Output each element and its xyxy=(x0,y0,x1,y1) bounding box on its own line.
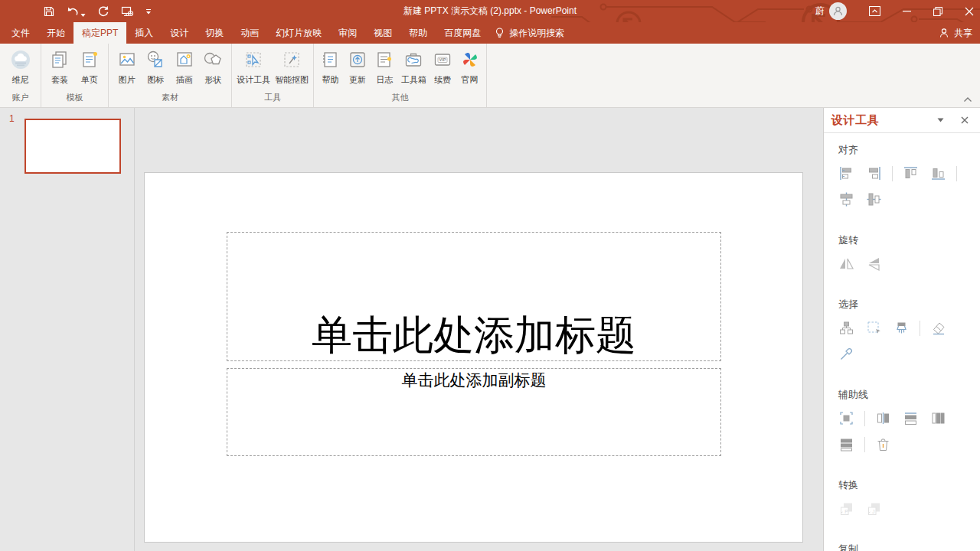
undo-icon[interactable] xyxy=(67,5,79,18)
tab-baidu-netdisk[interactable]: 百度网盘 xyxy=(436,22,489,44)
quick-access-toolbar xyxy=(0,5,152,18)
panel-dropdown-icon[interactable] xyxy=(937,118,944,122)
illustration-icon xyxy=(174,49,195,70)
close-icon[interactable] xyxy=(965,7,974,16)
redo-icon[interactable] xyxy=(97,5,109,18)
winnie-button[interactable]: 维尼 xyxy=(10,47,31,87)
ribbon-group: 帮助更新日志工具箱VIP续费官网其他 xyxy=(314,44,487,107)
columns-icon[interactable] xyxy=(930,410,946,426)
tab-animations[interactable]: 动画 xyxy=(232,22,267,44)
picture-button[interactable]: 图片 xyxy=(116,47,138,87)
slideshow-icon[interactable] xyxy=(121,5,134,18)
single-page-button[interactable]: 单页 xyxy=(79,47,100,87)
panel-section: 辅助线 xyxy=(838,390,980,452)
website-button[interactable]: 官网 xyxy=(459,47,481,87)
title-placeholder[interactable]: 单击此处添加标题 xyxy=(227,232,721,361)
restore-icon[interactable] xyxy=(933,7,942,16)
tab-design[interactable]: 设计 xyxy=(162,22,197,44)
ribbon-group: 图片图标插画形状素材 xyxy=(109,44,232,107)
align-top-icon[interactable] xyxy=(903,165,919,181)
separator xyxy=(920,321,920,336)
undo-dropdown-icon[interactable] xyxy=(80,13,86,18)
template-set-button[interactable]: 套装 xyxy=(49,47,70,87)
smart-cutout-button[interactable]: 智能抠图 xyxy=(275,47,309,87)
icon-material-icon xyxy=(145,49,166,70)
panel-section-label: 辅助线 xyxy=(838,390,980,400)
flip-vertical-icon[interactable] xyxy=(866,256,882,272)
design-tools-button[interactable]: 设计工具 xyxy=(237,47,270,87)
align-center-h-icon[interactable] xyxy=(838,191,854,207)
tab-help[interactable]: 帮助 xyxy=(400,22,436,44)
rows-gray-icon[interactable] xyxy=(838,436,854,452)
icon-button[interactable]: 图标 xyxy=(145,47,166,87)
design-tools-panel-header: 设计工具 xyxy=(824,108,980,133)
shape-button[interactable]: 形状 xyxy=(202,47,224,87)
panel-close-icon[interactable] xyxy=(961,116,969,124)
tab-review[interactable]: 审阅 xyxy=(330,22,365,44)
help-button[interactable]: 帮助 xyxy=(319,47,341,87)
tab-view[interactable]: 视图 xyxy=(365,22,400,44)
title-bar: 新建 PPTX 演示文稿 (2).pptx - PowerPoint 蔚 xyxy=(0,0,980,22)
share-button[interactable]: 共享 xyxy=(939,22,972,44)
subtitle-placeholder[interactable]: 单击此处添加副标题 xyxy=(227,368,721,456)
toolbox-button[interactable]: 工具箱 xyxy=(401,47,426,87)
ribbon-button-label: 设计工具 xyxy=(237,74,270,86)
tab-file[interactable]: 文件 xyxy=(3,22,38,44)
group-objects-icon[interactable] xyxy=(838,320,854,336)
align-bottom-icon[interactable] xyxy=(930,165,946,181)
minimize-icon[interactable] xyxy=(903,7,911,15)
tab-gaoding-ppt[interactable]: 稿定PPT xyxy=(74,22,126,44)
convert-image-icon[interactable]: J xyxy=(866,500,882,517)
eraser-icon[interactable] xyxy=(930,320,946,336)
design-tools-panel-title: 设计工具 xyxy=(831,113,879,128)
design-tools-panel-body: 对齐旋转选择辅助线转换PJ复制 xyxy=(824,133,980,551)
slide-thumbnail[interactable] xyxy=(24,119,121,174)
panel-section-label: 旋转 xyxy=(838,235,980,246)
flip-horizontal-icon[interactable] xyxy=(838,256,854,272)
save-icon[interactable] xyxy=(43,5,55,18)
align-left-icon[interactable] xyxy=(838,165,854,181)
ribbon-group-label: 其他 xyxy=(314,91,486,107)
panel-section: 复制 xyxy=(838,544,980,551)
ribbon-group: 套装单页模板 xyxy=(41,44,109,107)
user-avatar[interactable] xyxy=(829,2,847,20)
renew-button[interactable]: VIP续费 xyxy=(432,47,453,87)
eyedropper-icon[interactable] xyxy=(838,346,854,362)
convert-pdf-icon[interactable]: P xyxy=(838,500,854,517)
update-button[interactable]: 更新 xyxy=(347,47,368,87)
changelog-button[interactable]: 日志 xyxy=(374,47,395,87)
tab-home[interactable]: 开始 xyxy=(38,22,74,44)
illustration-button[interactable]: 插画 xyxy=(174,47,195,87)
rows-blue-icon[interactable] xyxy=(903,410,919,426)
ribbon-button-label: 套装 xyxy=(51,74,68,86)
user-name-badge[interactable]: 蔚 xyxy=(815,5,825,18)
split-vertical-icon[interactable] xyxy=(875,410,891,426)
single-page-icon xyxy=(79,49,100,70)
format-brush-icon[interactable] xyxy=(893,320,910,336)
tab-transitions[interactable]: 切换 xyxy=(197,22,232,44)
shape-icon xyxy=(202,49,224,70)
separator xyxy=(956,166,957,181)
ribbon-button-label: 智能抠图 xyxy=(275,74,309,86)
lightbulb-icon xyxy=(495,28,505,39)
tab-slideshow[interactable]: 幻灯片放映 xyxy=(267,22,330,44)
frame-guides-icon[interactable] xyxy=(838,410,854,426)
slide-canvas: 单击此处添加标题 单击此处添加副标题 xyxy=(135,108,823,551)
panel-section-label: 转换 xyxy=(838,480,980,491)
tell-me-search[interactable]: 操作说明搜索 xyxy=(495,22,564,44)
svg-text:VIP: VIP xyxy=(439,57,446,62)
website-icon xyxy=(459,49,481,70)
panel-section: 旋转 xyxy=(838,235,980,272)
ribbon-display-options-icon[interactable] xyxy=(869,6,880,16)
tab-insert[interactable]: 插入 xyxy=(126,22,162,44)
design-tools-icon xyxy=(243,49,264,70)
collapse-ribbon-icon[interactable] xyxy=(963,96,972,103)
qat-more-icon[interactable] xyxy=(145,8,152,15)
update-icon xyxy=(347,49,368,70)
ribbon-button-label: 日志 xyxy=(376,74,393,86)
marquee-select-icon[interactable] xyxy=(866,320,882,336)
align-right-icon[interactable] xyxy=(866,165,882,181)
panel-section-label: 选择 xyxy=(838,299,980,310)
align-middle-v-icon[interactable] xyxy=(866,191,882,207)
trash-icon[interactable] xyxy=(875,436,891,452)
